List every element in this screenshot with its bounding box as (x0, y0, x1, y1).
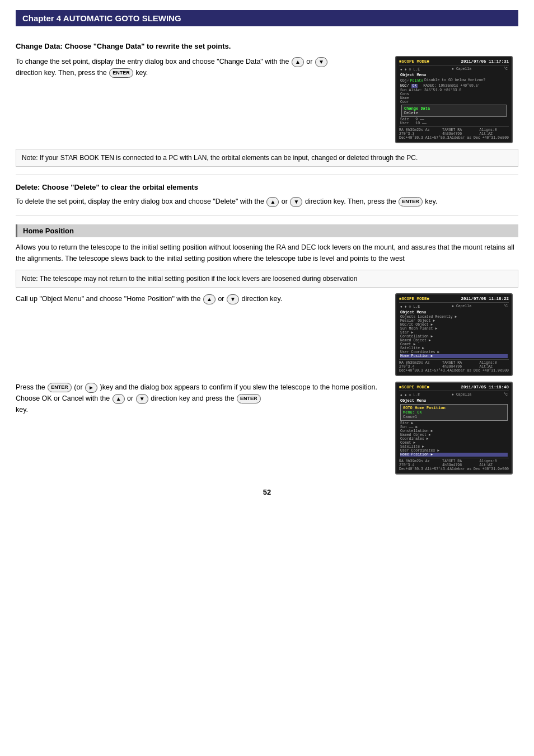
delete-title: Delete: Choose "Delete" to clear the orb… (16, 183, 518, 191)
change-data-desc: Choose "Change Data" to rewrite the set … (64, 42, 231, 50)
divider-2 (16, 215, 518, 215)
change-data-text-col: To change the set point, display the ent… (16, 56, 386, 82)
screenshot-col-1: ■SCOPE MODE■ 2011/07/05 11:17:31 ● ♦ ⊙ L… (395, 56, 518, 143)
scope-screen-1: ■SCOPE MODE■ 2011/07/05 11:17:31 ● ♦ ⊙ L… (395, 56, 513, 143)
home-pos-text-1: Call up "Object Menu" and choose "Home P… (16, 293, 386, 308)
right-arrow-key: ► (85, 383, 97, 393)
page-number: 52 (16, 488, 518, 496)
change-data-note: Note: If your STAR BOOK TEN is connected… (16, 149, 518, 167)
divider-1 (16, 175, 518, 175)
press-label: Press the (16, 383, 47, 391)
scope-screen-3: ■SCOPE MODE■ 2011/07/05 11:18:40 ● ♦ ⊙ L… (395, 382, 513, 475)
delete-instruction: To delete the set point, display the ent… (16, 196, 518, 207)
change-data-title: Change Data: Choose "Change Data" to rew… (16, 42, 518, 50)
down-arrow-key4: ▼ (136, 394, 148, 404)
enter-key3: ENTER (48, 383, 72, 392)
down-arrow-key2: ▼ (290, 197, 302, 207)
change-data-instruction: To change the set point, display the ent… (16, 56, 386, 78)
page-container: { "chapter": { "title": "Chapter 4 AUTOM… (0, 0, 534, 756)
up-arrow-key2: ▲ (266, 197, 279, 207)
home-position-note: Note: The telescope may not return to th… (16, 270, 518, 288)
home-pos-row-2: Press the ENTER (or ► )key and the dialo… (16, 382, 518, 475)
up-arrow-key4: ▲ (113, 394, 125, 404)
enter-key1: ENTER (109, 68, 133, 78)
home-pos-text-2: Press the ENTER (or ► )key and the dialo… (16, 382, 386, 419)
chapter-header: Chapter 4 AUTOMATIC GOTO SLEWING (16, 10, 518, 26)
down-arrow-key3: ▼ (227, 294, 239, 304)
home-position-section: Home Position Allows you to return the t… (16, 224, 518, 475)
delete-section: Delete: Choose "Delete" to clear the orb… (16, 183, 518, 207)
screenshot-col-3: ■SCOPE MODE■ 2011/07/05 11:18:40 ● ♦ ⊙ L… (395, 382, 518, 475)
enter-key4: ENTER (237, 394, 261, 403)
home-position-desc1: Allows you to return the telescope to th… (16, 242, 518, 264)
home-pos-row-1: Call up "Object Menu" and choose "Home P… (16, 293, 518, 376)
change-data-section: Change Data: Choose "Change Data" to rew… (16, 42, 518, 167)
home-position-header: Home Position (16, 224, 518, 237)
up-arrow-key3: ▲ (203, 294, 216, 304)
screenshot-col-2: ■SCOPE MODE■ 2011/07/05 11:18:22 ● ♦ ⊙ L… (395, 293, 518, 376)
down-arrow-key1: ▼ (315, 57, 327, 67)
enter-key2: ENTER (399, 197, 423, 206)
scope-screen-2: ■SCOPE MODE■ 2011/07/05 11:18:22 ● ♦ ⊙ L… (395, 293, 513, 376)
up-arrow-key1: ▲ (292, 57, 304, 67)
chapter-title: Chapter 4 AUTOMATIC GOTO SLEWING (22, 13, 181, 23)
